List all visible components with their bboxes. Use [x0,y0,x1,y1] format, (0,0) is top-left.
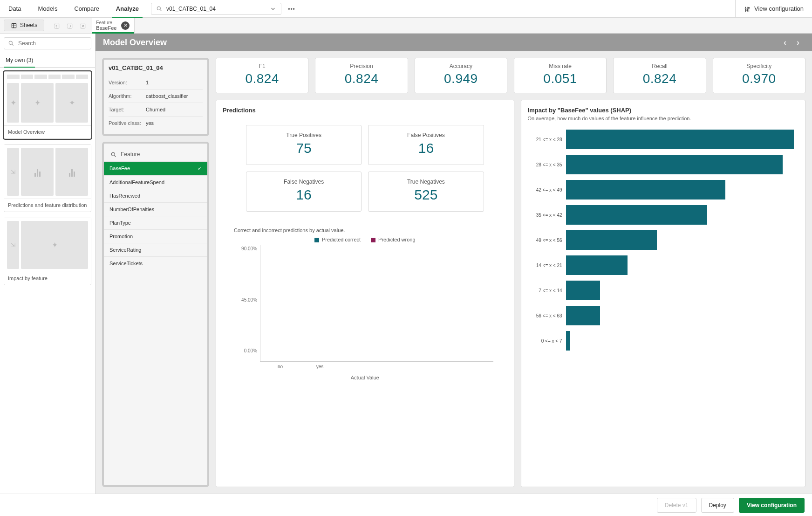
shap-bar [566,205,707,225]
tab-analyze[interactable]: Analyze [108,0,147,17]
metric-value: 0.970 [717,71,801,86]
search-icon [8,40,14,47]
shap-label: 0 <= x < 7 [528,338,566,344]
confusion-grid: True Positives75False Positives16False N… [246,125,484,212]
feature-item[interactable]: Promotion [104,229,207,243]
shap-bar [566,306,600,325]
sheet-thumb-predictions[interactable]: ⇲ Predictions and feature distribution [4,144,91,212]
metric-label: Miss rate [518,63,602,69]
confusion-cell: True Positives75 [246,125,362,165]
feature-item[interactable]: ServiceRating [104,243,207,256]
shap-row: 49 <= x < 56 [528,229,794,251]
sheet-thumb-impact[interactable]: ⇲ ✦ Impact by feature [4,218,91,285]
puzzle-icon: ✦ [69,98,75,107]
sheet-thumb-model-overview[interactable]: ✦ ✦ ✦ Model Overview [4,71,91,139]
model-picker-value: v01_CATBC_01_04 [166,6,270,12]
info-key: Positive class: [109,120,146,126]
metric-value: 0.824 [617,71,702,86]
step-forward-icon[interactable] [67,21,73,29]
clear-all-icon[interactable] [80,21,86,29]
confusion-value: 16 [373,140,478,156]
shap-bar [566,230,657,250]
feature-item[interactable]: NumberOfPenalties [104,202,207,216]
sheets-icon [11,22,17,29]
feature-item[interactable]: ServiceTickets [104,256,207,270]
metric-card: Accuracy0.949 [415,58,507,93]
metric-label: Precision [319,63,403,69]
bars-icon [34,167,41,177]
shap-label: 49 <= x < 56 [528,238,566,243]
metric-value: 0.949 [419,71,503,86]
shap-row: 14 <= x < 21 [528,255,794,276]
legend-swatch-correct [314,238,319,242]
delete-button[interactable]: Delete v1 [657,498,696,513]
shap-row: 21 <= x < 28 [528,129,794,150]
feature-item[interactable]: AdditionalFeatureSpend [104,175,207,189]
shap-bar [566,331,571,351]
info-value: Churned [146,107,203,112]
export-icon: ⇲ [11,242,15,248]
selection-chip-feature[interactable]: Feature BaseFee ✕ [92,18,135,34]
metric-card: F10.824 [216,58,308,93]
next-sheet-button[interactable]: › [792,38,805,48]
model-picker[interactable]: v01_CATBC_01_04 [151,3,281,15]
shap-bar [566,155,783,174]
sheet-thumb-list: ✦ ✦ ✦ Model Overview ⇲ Predictions and f… [0,68,95,494]
metric-label: Accuracy [419,63,503,69]
search-icon [156,6,163,13]
shap-bar [566,180,726,200]
feature-item[interactable]: HasRenewed [104,189,207,202]
info-row: Target:Churned [109,103,203,116]
shap-panel: Impact by "BaseFee" values (SHAP) On ave… [521,100,805,487]
sheets-button[interactable]: Sheets [4,20,44,31]
selection-tools [48,21,92,29]
puzzle-icon: ✦ [34,98,41,107]
side-cards: v01_CATBC_01_04 Version:1Algorithm:catbo… [102,58,209,487]
info-key: Algorithm: [109,93,146,99]
model-info-title: v01_CATBC_01_04 [109,64,203,71]
pred-chart-legend: Predicted correct Predicted wrong [223,237,507,242]
info-row: Algorithm:catboost_classifier [109,89,203,103]
sheet-tab-my-own[interactable]: My own (3) [0,53,39,67]
close-icon[interactable]: ✕ [121,21,130,30]
deploy-button[interactable]: Deploy [701,498,734,513]
x-tick-label: yes [309,361,330,369]
svg-point-3 [745,8,746,9]
sheet-search-input[interactable] [17,40,89,47]
feature-item[interactable]: PlanType [104,216,207,229]
prev-sheet-button[interactable]: ‹ [778,38,792,48]
step-back-icon[interactable] [54,21,60,29]
more-menu-button[interactable]: ••• [285,0,298,17]
info-key: Version: [109,80,146,85]
x-tick-label: no [270,361,291,369]
tab-models[interactable]: Models [29,0,66,17]
shap-row: 28 <= x < 35 [528,154,794,175]
feature-search[interactable]: Feature [109,148,203,161]
export-icon: ⇲ [11,169,15,175]
top-bar: Data Models Compare Analyze v01_CATBC_01… [0,0,812,18]
pred-chart-xtitle: Actual Value [223,375,507,380]
metric-value: 0.824 [220,71,304,86]
sheets-label: Sheets [20,22,37,28]
info-value: catboost_classifier [146,93,203,99]
sheet-thumb-caption: Model Overview [4,125,91,138]
shap-bar [566,281,600,300]
sheet-search[interactable] [4,37,91,49]
view-configuration-button[interactable]: View configuration [739,498,805,513]
shap-bar [566,255,628,275]
confusion-label: True Positives [251,132,356,138]
shap-row: 0 <= x < 7 [528,330,794,351]
svg-point-5 [747,9,748,10]
tab-compare[interactable]: Compare [66,0,107,17]
sheet-canvas: Model Overview ‹ › v01_CATBC_01_04 Versi… [96,34,812,494]
tab-data[interactable]: Data [0,0,29,17]
search-icon [110,151,117,158]
legend-swatch-wrong [371,238,375,242]
model-info-card: v01_CATBC_01_04 Version:1Algorithm:catbo… [102,58,209,136]
shap-subtitle: On average, how much do values of the fe… [528,116,798,121]
predictions-panel: Predictions True Positives75False Positi… [216,100,514,487]
feature-item[interactable]: BaseFee [104,161,207,175]
view-configuration-button-top[interactable]: View configuration [735,0,812,17]
metric-card: Specificity0.970 [713,58,805,93]
feature-select-card: Feature BaseFeeAdditionalFeatureSpendHas… [102,142,209,487]
